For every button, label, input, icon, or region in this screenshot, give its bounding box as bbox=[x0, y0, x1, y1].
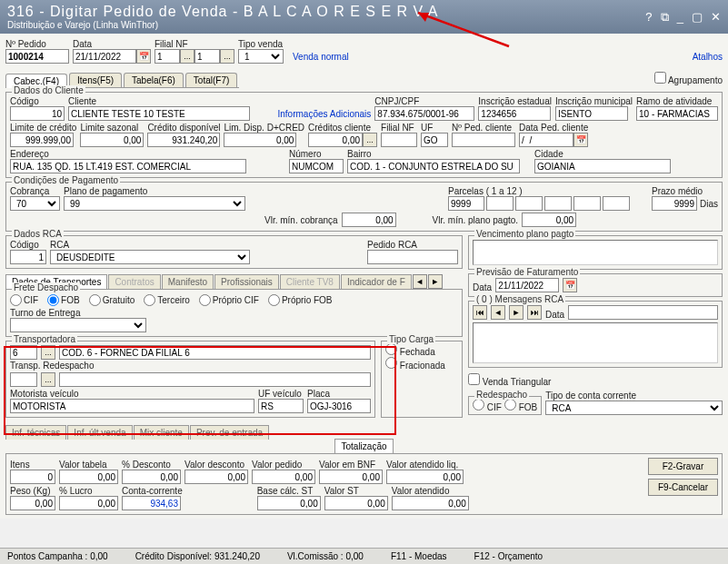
dtpedcli-input[interactable] bbox=[519, 133, 573, 147]
tab-total[interactable]: Total(F7) bbox=[185, 73, 237, 87]
transp-nome-input[interactable] bbox=[59, 345, 371, 360]
p4[interactable] bbox=[544, 196, 572, 211]
npedcli-input[interactable] bbox=[452, 133, 515, 147]
t-plucro bbox=[59, 496, 118, 510]
inscmun-input[interactable] bbox=[555, 106, 628, 121]
t-vlratliq-lbl: Valor atendido liq. bbox=[386, 460, 464, 470]
radio-redesp-fob[interactable]: FOB bbox=[504, 402, 537, 412]
filialnf2-input[interactable] bbox=[381, 133, 417, 147]
prevdata-input[interactable] bbox=[495, 278, 559, 292]
agrupamento-check[interactable]: Agrupamento bbox=[654, 72, 723, 85]
p5[interactable] bbox=[573, 196, 601, 211]
radio-fechada[interactable]: Fechada bbox=[385, 343, 458, 357]
btab-inftec[interactable]: Inf. técnicas bbox=[5, 425, 66, 440]
data-input[interactable] bbox=[73, 49, 136, 64]
p3[interactable] bbox=[515, 196, 543, 211]
help-icon[interactable]: ? bbox=[645, 10, 652, 24]
uf-input[interactable] bbox=[421, 133, 448, 147]
info-adicionais-link[interactable]: Informações Adicionais bbox=[278, 109, 372, 119]
btab-totalizacao[interactable]: Totalização bbox=[334, 439, 393, 453]
minimize-icon[interactable]: _ bbox=[677, 10, 683, 24]
prevdata-label: Data bbox=[473, 282, 492, 292]
radio-redesp-cif[interactable]: CIF bbox=[473, 402, 502, 412]
tipovenda-select[interactable]: 1 bbox=[238, 49, 284, 64]
redesp-nome-input[interactable] bbox=[59, 372, 371, 387]
rca-select[interactable]: DEUSDEDITE bbox=[50, 250, 250, 264]
scroll-left-icon[interactable]: ◄ bbox=[413, 274, 427, 289]
radio-gratuito[interactable]: Gratuito bbox=[89, 294, 135, 306]
subtab-contratos[interactable]: Contratos bbox=[108, 274, 160, 289]
t-basest-lbl: Base cálc. ST bbox=[257, 486, 321, 496]
inscest-input[interactable] bbox=[478, 106, 551, 121]
redesp-lookup-button[interactable]: ... bbox=[41, 372, 55, 387]
nav-first-icon[interactable]: ⏮ bbox=[473, 305, 487, 320]
gravar-button[interactable]: F2-Gravar bbox=[648, 458, 718, 475]
btab-infult[interactable]: Inf. últ.venda bbox=[67, 425, 132, 440]
venda-normal-link[interactable]: Venda normal bbox=[293, 52, 349, 62]
radio-fob[interactable]: FOB bbox=[47, 294, 80, 306]
radio-terceiro[interactable]: Terceiro bbox=[144, 294, 190, 306]
inscest-label: Inscrição estadual bbox=[478, 96, 552, 106]
calendar-icon-3[interactable]: 📅 bbox=[563, 278, 577, 292]
rcacod-input[interactable] bbox=[10, 250, 46, 264]
creddisp-input bbox=[147, 133, 220, 147]
radio-propfob[interactable]: Próprio FOB bbox=[268, 294, 333, 306]
credcli-lookup-button[interactable]: ... bbox=[363, 133, 377, 147]
filial2-lookup-button[interactable]: ... bbox=[220, 49, 234, 64]
filial-lookup-button[interactable]: ... bbox=[180, 49, 194, 64]
maximize-icon[interactable]: ▢ bbox=[692, 10, 703, 24]
radio-fracionada[interactable]: Fracionada bbox=[385, 357, 458, 371]
close-icon[interactable]: ✕ bbox=[711, 10, 721, 24]
placa-input[interactable] bbox=[307, 399, 371, 413]
btab-mixcli[interactable]: Mix cliente bbox=[134, 425, 189, 440]
endereco-input[interactable] bbox=[10, 159, 246, 173]
transp-cod-input[interactable] bbox=[10, 345, 37, 360]
tipoconta-select[interactable]: RCA bbox=[545, 401, 723, 415]
filialnf-input[interactable] bbox=[155, 49, 180, 64]
plano-select[interactable]: 99 bbox=[64, 196, 245, 211]
transp-lookup-button[interactable]: ... bbox=[41, 345, 55, 360]
pedidorca-input[interactable] bbox=[367, 250, 458, 264]
subtab-clientetv8[interactable]: Cliente TV8 bbox=[280, 274, 340, 289]
subtab-manifesto[interactable]: Manifesto bbox=[162, 274, 214, 289]
tab-tabela[interactable]: Tabela(F6) bbox=[124, 73, 184, 87]
turno-select[interactable] bbox=[10, 318, 146, 332]
btab-prevent[interactable]: Prev. de entrada bbox=[190, 425, 269, 440]
calendar-icon-2[interactable]: 📅 bbox=[573, 133, 588, 147]
nav-prev-icon[interactable]: ◄ bbox=[491, 305, 505, 320]
cidade-input[interactable] bbox=[534, 159, 671, 173]
cnpj-input[interactable] bbox=[374, 106, 474, 121]
cobranca-select[interactable]: 70 bbox=[10, 196, 60, 211]
t-vlratliq bbox=[386, 470, 464, 484]
cliente-nome-input[interactable] bbox=[68, 106, 250, 121]
scroll-right-icon[interactable]: ► bbox=[428, 274, 443, 289]
ufveic-input[interactable] bbox=[258, 399, 304, 413]
t-itens bbox=[10, 470, 55, 484]
redesp-cod-input[interactable] bbox=[10, 372, 37, 387]
radio-propcif[interactable]: Próprio CIF bbox=[199, 294, 259, 306]
datamsg-input bbox=[568, 305, 718, 320]
cliente-codigo-input[interactable] bbox=[10, 106, 65, 121]
p6[interactable] bbox=[603, 196, 630, 211]
vendatri-check[interactable]: Venda Triangular bbox=[468, 373, 723, 387]
parcelas-label: Parcelas ( 1 a 12 ) bbox=[448, 186, 630, 196]
transp-legend: Transportadora bbox=[12, 334, 77, 344]
settings-icon[interactable]: ⧉ bbox=[661, 10, 669, 24]
nav-next-icon[interactable]: ► bbox=[509, 305, 524, 320]
bairro-input[interactable] bbox=[347, 159, 520, 173]
tipocarga-legend: Tipo Carga bbox=[387, 334, 435, 344]
cancelar-button[interactable]: F9-Cancelar bbox=[648, 479, 718, 496]
atalhos-link[interactable]: Atalhos bbox=[693, 52, 723, 62]
calendar-icon[interactable]: 📅 bbox=[136, 49, 151, 64]
radio-cif[interactable]: CIF bbox=[10, 294, 38, 306]
subtab-profissionais[interactable]: Profissionais bbox=[214, 274, 279, 289]
npedido-input[interactable] bbox=[5, 49, 69, 64]
parcelas-input[interactable] bbox=[448, 196, 484, 211]
numero-input[interactable] bbox=[289, 159, 344, 173]
filial2-input[interactable] bbox=[194, 49, 220, 64]
nav-last-icon[interactable]: ⏭ bbox=[527, 305, 542, 320]
ramo-input[interactable] bbox=[636, 106, 718, 121]
subtab-indicador[interactable]: Indicador de F bbox=[341, 274, 412, 289]
motorista-input[interactable] bbox=[10, 399, 254, 413]
p2[interactable] bbox=[486, 196, 514, 211]
